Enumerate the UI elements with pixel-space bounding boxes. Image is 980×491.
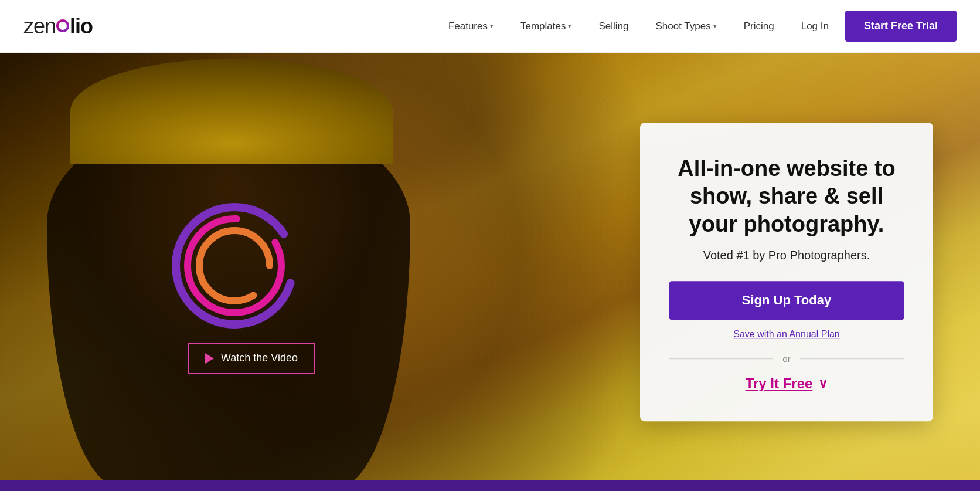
signup-button[interactable]: Sign Up Today xyxy=(669,281,904,320)
logo-o-icon xyxy=(56,19,69,32)
cta-headline: All-in-one website to show, share & sell… xyxy=(669,155,904,239)
main-nav: Features ▾ Templates ▾ Selling Shoot Typ… xyxy=(438,11,957,42)
features-chevron-icon: ▾ xyxy=(490,22,494,30)
zenfolio-logo-overlay xyxy=(170,201,299,330)
header: zenlio Features ▾ Templates ▾ Selling Sh… xyxy=(0,0,980,53)
play-icon xyxy=(205,353,214,364)
try-free-label: Try It Free xyxy=(746,375,813,392)
hat-silhouette xyxy=(70,59,393,164)
nav-pricing[interactable]: Pricing xyxy=(733,15,785,38)
nav-login[interactable]: Log In xyxy=(791,15,839,38)
svg-point-2 xyxy=(199,231,270,301)
cta-card: All-in-one website to show, share & sell… xyxy=(640,123,933,422)
or-label: or xyxy=(782,354,790,364)
or-line-right xyxy=(800,358,904,359)
logo-folio: lio xyxy=(70,14,93,39)
logo-zen: zen xyxy=(23,14,56,39)
save-annual-link[interactable]: Save with an Annual Plan xyxy=(669,329,904,340)
logo[interactable]: zenlio xyxy=(23,14,93,39)
nav-features[interactable]: Features ▾ xyxy=(438,15,504,38)
cta-subheadline: Voted #1 by Pro Photographers. xyxy=(669,249,904,262)
hero-section: Watch the Video All-in-one website to sh… xyxy=(0,53,980,491)
watch-video-button[interactable]: Watch the Video xyxy=(188,343,315,374)
try-free-button[interactable]: Try It Free ∨ xyxy=(669,375,904,392)
nav-shoot-types[interactable]: Shoot Types ▾ xyxy=(645,15,727,38)
bottom-bar xyxy=(0,480,980,491)
nav-selling[interactable]: Selling xyxy=(588,15,639,38)
or-line-left xyxy=(669,358,773,359)
try-free-chevron-icon: ∨ xyxy=(818,376,828,391)
templates-chevron-icon: ▾ xyxy=(568,22,571,30)
start-trial-button[interactable]: Start Free Trial xyxy=(845,11,957,42)
shoot-types-chevron-icon: ▾ xyxy=(713,22,717,30)
or-divider: or xyxy=(669,354,904,364)
nav-templates[interactable]: Templates ▾ xyxy=(510,15,582,38)
svg-point-0 xyxy=(176,207,293,324)
